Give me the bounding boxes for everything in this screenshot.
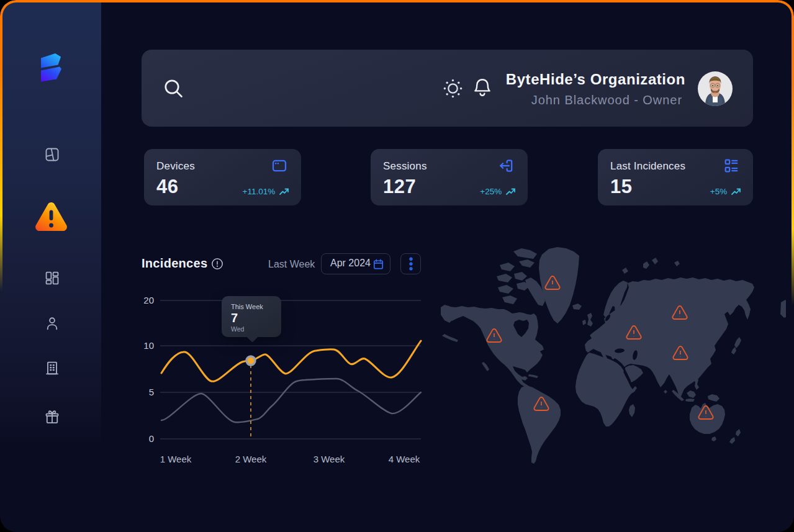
svg-text:4 Week: 4 Week — [389, 454, 420, 464]
svg-text:1 Week: 1 Week — [160, 454, 192, 464]
svg-text:0: 0 — [149, 433, 154, 444]
svg-text:20: 20 — [143, 295, 154, 305]
svg-text:5: 5 — [149, 387, 154, 397]
svg-text:3 Week: 3 Week — [314, 454, 345, 464]
svg-text:10: 10 — [143, 340, 154, 351]
svg-text:2 Week: 2 Week — [235, 454, 267, 464]
